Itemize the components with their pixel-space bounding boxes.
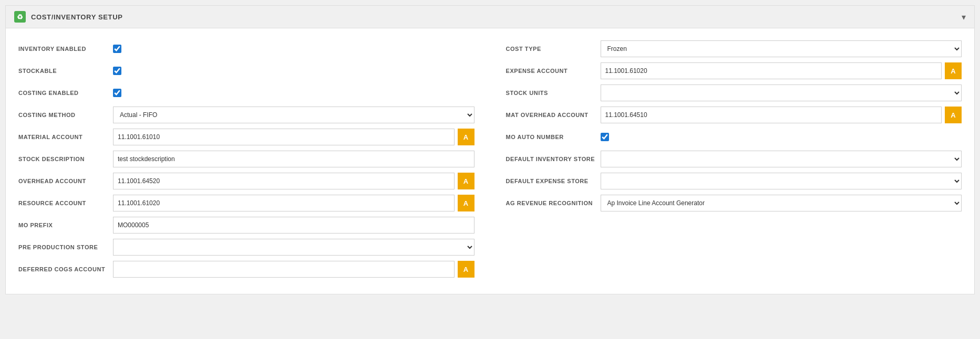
deferred-cogs-account-row: DEFERRED COGS ACCOUNT A <box>18 259 474 279</box>
resource-account-label: RESOURCE ACCOUNT <box>18 200 113 206</box>
stockable-checkbox[interactable] <box>113 67 121 75</box>
inventory-enabled-wrap <box>113 45 474 53</box>
overhead-account-label: OVERHEAD ACCOUNT <box>18 178 113 184</box>
pre-production-store-select[interactable] <box>113 239 474 256</box>
material-account-input[interactable] <box>113 129 455 145</box>
stock-description-label: STOCK DESCRIPTION <box>18 156 113 162</box>
left-column: INVENTORY ENABLED STOCKABLE COSTING ENAB… <box>18 39 474 281</box>
mat-overhead-account-btn[interactable]: A <box>945 107 962 123</box>
default-inventory-store-wrap <box>601 151 962 167</box>
mat-overhead-account-row: MAT OVERHEAD ACCOUNT A <box>506 105 962 125</box>
default-expense-store-select[interactable] <box>601 173 962 189</box>
stock-description-wrap <box>113 151 474 167</box>
stock-units-label: STOCK UNITS <box>506 90 601 96</box>
ag-revenue-recognition-select[interactable]: Ap Invoice Line Account Generator None <box>601 195 962 211</box>
ag-revenue-recognition-wrap: Ap Invoice Line Account Generator None <box>601 195 962 211</box>
overhead-account-row: OVERHEAD ACCOUNT A <box>18 171 474 191</box>
costing-enabled-row: COSTING ENABLED <box>18 83 474 103</box>
mo-auto-number-label: MO AUTO NUMBER <box>506 134 601 140</box>
stock-units-select[interactable] <box>601 84 962 101</box>
right-column: COST TYPE Frozen Current Pending EXPENSE… <box>506 39 962 281</box>
resource-account-btn[interactable]: A <box>458 195 474 211</box>
resource-account-row: RESOURCE ACCOUNT A <box>18 193 474 213</box>
mat-overhead-account-input[interactable] <box>601 107 942 123</box>
panel-title: COST/INVENTORY SETUP <box>31 13 123 21</box>
mo-auto-number-row: MO AUTO NUMBER <box>506 127 962 147</box>
costing-method-wrap: Actual - FIFO Average Cost Standard Cost <box>113 107 474 123</box>
expense-account-label: EXPENSE ACCOUNT <box>506 68 601 74</box>
expense-account-input[interactable] <box>601 62 942 79</box>
form-grid: INVENTORY ENABLED STOCKABLE COSTING ENAB… <box>18 39 962 281</box>
ag-revenue-recognition-label: AG REVENUE RECOGNITION <box>506 200 601 206</box>
resource-account-input[interactable] <box>113 195 455 211</box>
mo-prefix-row: MO PREFIX <box>18 215 474 235</box>
stockable-wrap <box>113 67 474 75</box>
default-inventory-store-row: DEFAULT INVENTORY STORE <box>506 149 962 169</box>
costing-method-label: COSTING METHOD <box>18 112 113 118</box>
cost-type-wrap: Frozen Current Pending <box>601 40 962 57</box>
material-account-wrap: A <box>113 129 474 145</box>
stockable-label: STOCKABLE <box>18 68 113 74</box>
pre-production-store-wrap <box>113 239 474 256</box>
mo-auto-number-checkbox[interactable] <box>601 133 609 141</box>
stockable-row: STOCKABLE <box>18 61 474 81</box>
material-account-btn[interactable]: A <box>458 129 474 145</box>
mo-prefix-wrap <box>113 217 474 234</box>
mo-prefix-input[interactable] <box>113 217 474 234</box>
cost-inventory-panel: ♻ COST/INVENTORY SETUP ▾ INVENTORY ENABL… <box>5 5 975 294</box>
cost-type-select[interactable]: Frozen Current Pending <box>601 40 962 57</box>
deferred-cogs-account-btn[interactable]: A <box>458 261 474 278</box>
overhead-account-wrap: A <box>113 173 474 189</box>
expense-account-row: EXPENSE ACCOUNT A <box>506 61 962 81</box>
inventory-enabled-checkbox[interactable] <box>113 45 121 53</box>
costing-enabled-checkbox[interactable] <box>113 89 121 97</box>
mat-overhead-account-label: MAT OVERHEAD ACCOUNT <box>506 112 601 118</box>
costing-enabled-label: COSTING ENABLED <box>18 90 113 96</box>
stock-units-row: STOCK UNITS <box>506 83 962 103</box>
resource-account-wrap: A <box>113 195 474 211</box>
overhead-account-input[interactable] <box>113 173 455 189</box>
expense-account-wrap: A <box>601 62 962 79</box>
default-inventory-store-select[interactable] <box>601 151 962 167</box>
pre-production-store-label: PRE PRODUCTION STORE <box>18 244 113 250</box>
mat-overhead-account-wrap: A <box>601 107 962 123</box>
default-inventory-store-label: DEFAULT INVENTORY STORE <box>506 156 601 162</box>
pre-production-store-row: PRE PRODUCTION STORE <box>18 237 474 257</box>
inventory-enabled-label: INVENTORY ENABLED <box>18 46 113 52</box>
overhead-account-btn[interactable]: A <box>458 173 474 189</box>
ag-revenue-recognition-row: AG REVENUE RECOGNITION Ap Invoice Line A… <box>506 193 962 213</box>
deferred-cogs-account-input[interactable] <box>113 261 455 278</box>
material-account-label: MATERIAL ACCOUNT <box>18 134 113 140</box>
deferred-cogs-account-label: DEFERRED COGS ACCOUNT <box>18 266 113 272</box>
costing-method-row: COSTING METHOD Actual - FIFO Average Cos… <box>18 105 474 125</box>
cost-type-row: COST TYPE Frozen Current Pending <box>506 39 962 59</box>
mo-auto-number-wrap <box>601 133 962 141</box>
default-expense-store-wrap <box>601 173 962 189</box>
cost-type-label: COST TYPE <box>506 46 601 52</box>
panel-header[interactable]: ♻ COST/INVENTORY SETUP ▾ <box>6 6 974 28</box>
stock-units-wrap <box>601 84 962 101</box>
chevron-down-icon: ▾ <box>962 12 966 22</box>
panel-icon: ♻ <box>14 11 26 23</box>
stock-description-input[interactable] <box>113 151 474 167</box>
panel-header-left: ♻ COST/INVENTORY SETUP <box>14 11 123 23</box>
panel-body: INVENTORY ENABLED STOCKABLE COSTING ENAB… <box>6 28 974 294</box>
deferred-cogs-account-wrap: A <box>113 261 474 278</box>
costing-method-select[interactable]: Actual - FIFO Average Cost Standard Cost <box>113 107 474 123</box>
default-expense-store-row: DEFAULT EXPENSE STORE <box>506 171 962 191</box>
mo-prefix-label: MO PREFIX <box>18 222 113 228</box>
expense-account-btn[interactable]: A <box>945 62 962 79</box>
default-expense-store-label: DEFAULT EXPENSE STORE <box>506 178 601 184</box>
costing-enabled-wrap <box>113 89 474 97</box>
stock-description-row: STOCK DESCRIPTION <box>18 149 474 169</box>
inventory-enabled-row: INVENTORY ENABLED <box>18 39 474 59</box>
material-account-row: MATERIAL ACCOUNT A <box>18 127 474 147</box>
